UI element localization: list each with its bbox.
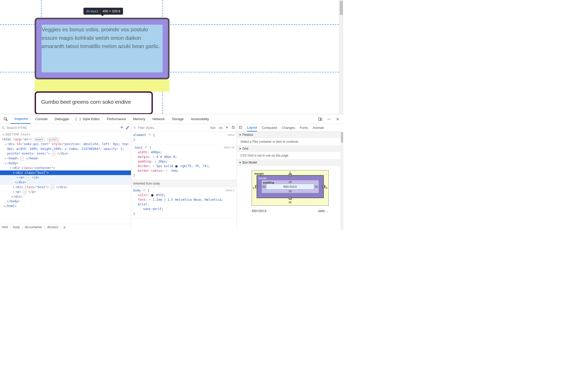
eyedropper-icon[interactable] xyxy=(125,125,129,130)
box-model-size: 450×203.6 xyxy=(252,209,266,213)
layout-tab-layout[interactable]: Layout xyxy=(247,124,257,131)
close-devtools-icon[interactable] xyxy=(334,116,342,123)
flexbox-section-header[interactable]: ▾Flexbox xyxy=(237,132,343,138)
inherited-from-header: Inherited from body xyxy=(131,180,237,187)
devtools: Inspector Console Debugger { } Style Edi… xyxy=(0,114,343,230)
add-node-icon[interactable] xyxy=(120,125,124,130)
flexbox-hint: Select a Flex container or item to conti… xyxy=(237,138,343,146)
dom-search-input[interactable]: Search HTML xyxy=(2,126,118,130)
svg-point-10 xyxy=(329,119,329,119)
layout-tab-animations[interactable]: Animati xyxy=(313,124,324,131)
box1-close-node[interactable]: </div> xyxy=(0,180,131,185)
grid-section-header[interactable]: ▾Grid xyxy=(237,146,343,152)
inspected-box1-overlay: Veggies es bonus vobis, proinde vos post… xyxy=(35,18,169,79)
tab-console[interactable]: Console xyxy=(31,114,50,124)
rule-box1[interactable]: .box1 {inline:16 width: 400px; margin: ▸… xyxy=(131,144,237,180)
box-model-diagram: margin 0 0 0 40 border 5 5 5 5 xyxy=(237,166,343,216)
rules-body[interactable]: element {inline } .box1 {inline:16 width… xyxy=(131,132,237,230)
layout-body[interactable]: ▾Flexbox Select a Flex container or item… xyxy=(237,132,343,230)
svg-rect-20 xyxy=(239,126,242,129)
dom-tree[interactable]: <!DOCTYPE html> <html lang="en"> event s… xyxy=(0,132,131,224)
dom-toolbar: Search HTML xyxy=(0,124,131,132)
tab-storage[interactable]: Storage xyxy=(168,114,186,124)
crumb-p[interactable]: p xyxy=(63,225,67,229)
svg-point-17 xyxy=(146,147,146,147)
tab-accessibility[interactable]: Accessibility xyxy=(187,114,212,124)
dom-panel: Search HTML <!DOCTYPE html> <html lang="… xyxy=(0,124,131,230)
head-node[interactable]: ▸<head> ⋯ </head> xyxy=(0,156,131,161)
html-node[interactable]: <html lang="en"> event scroll xyxy=(0,137,131,142)
tab-network[interactable]: Network xyxy=(148,114,167,124)
cls-toggle[interactable]: .cls xyxy=(218,126,223,130)
rule-body[interactable]: body {inline:2 color: #333; font: ▸ 1.2e… xyxy=(131,187,237,218)
box1-node-selected[interactable]: ▾<div class="box1"> xyxy=(0,170,131,175)
box2-node[interactable]: ▸<div class="box2"> ⋯ </div> xyxy=(0,185,131,190)
svg-point-12 xyxy=(2,127,4,128)
crumb-body[interactable]: body xyxy=(12,225,21,229)
doctype-node[interactable]: <!DOCTYPE html> xyxy=(2,133,30,136)
tab-inspector[interactable]: Inspector xyxy=(10,114,31,124)
position-select[interactable]: static ⌄ xyxy=(318,209,328,213)
kebab-menu-icon[interactable] xyxy=(325,116,333,123)
svg-point-11 xyxy=(330,119,331,119)
tab-style-editor[interactable]: { } Style Editor xyxy=(72,114,102,124)
toggle-sidebar-icon[interactable] xyxy=(239,126,242,130)
p-node-2[interactable]: ▸<p> ⋯ </p> xyxy=(0,189,131,194)
body-close[interactable]: </body> xyxy=(0,199,131,204)
pick-element-icon[interactable] xyxy=(2,116,10,123)
crumb-container[interactable]: div.container xyxy=(24,225,43,229)
light-dark-icon[interactable] xyxy=(231,126,235,130)
saka-node[interactable]: ▸<div id="saka-gui-root" style="position… xyxy=(0,142,131,147)
rendered-page[interactable]: Veggies es bonus vobis, proinde vos post… xyxy=(0,0,343,114)
tab-performance[interactable]: Performance xyxy=(103,114,128,124)
crumb-box1[interactable]: div.box1 xyxy=(46,225,60,229)
page-scrollbar-vertical[interactable] xyxy=(339,0,343,114)
svg-point-19 xyxy=(144,190,144,190)
box-model-section-header[interactable]: ▾Box Model xyxy=(237,159,343,166)
tab-debugger[interactable]: Debugger xyxy=(51,114,72,124)
hov-toggle[interactable]: :hov xyxy=(210,126,215,130)
layout-toolbar: Layout Computed Changes Fonts Animati xyxy=(237,124,343,132)
box2-paragraph-text: Gumbo beet greens corn soko endive xyxy=(41,98,146,106)
new-rule-icon[interactable] xyxy=(225,126,229,130)
layout-tab-computed[interactable]: Computed xyxy=(262,124,277,131)
layout-scrollbar[interactable] xyxy=(341,132,343,230)
responsive-mode-icon[interactable] xyxy=(316,116,324,123)
rules-panel: Filter Styles :hov .cls element {inline … xyxy=(131,124,237,230)
svg-point-15 xyxy=(149,134,150,135)
grid-hint: CSS Grid is not in use on this page xyxy=(237,152,343,159)
html-close[interactable]: </html> xyxy=(0,204,131,209)
container-close[interactable]: </div> xyxy=(0,194,131,199)
rules-toolbar: Filter Styles :hov .cls xyxy=(131,124,237,132)
devtools-tabbar: Inspector Console Debugger { } Style Edi… xyxy=(0,114,343,124)
p-node[interactable]: ▸<p> ⋯ </p> xyxy=(0,175,131,180)
tab-memory[interactable]: Memory xyxy=(129,114,148,124)
crumb-html[interactable]: html xyxy=(1,225,9,229)
layout-panel: Layout Computed Changes Fonts Animati ▾F… xyxy=(237,124,343,230)
layout-tab-fonts[interactable]: Fonts xyxy=(300,124,308,131)
filter-styles-input[interactable]: Filter Styles xyxy=(133,126,207,130)
body-node[interactable]: ▾<body> xyxy=(0,161,131,166)
layout-tab-changes[interactable]: Changes xyxy=(282,124,295,131)
svg-rect-8 xyxy=(320,119,322,120)
element-tooltip: div.box1 450 × 203.6 xyxy=(83,8,123,15)
breadcrumbs: html› body› div.container› div.box1› p xyxy=(0,224,131,230)
box2-element: Gumbo beet greens corn soko endive xyxy=(35,91,153,114)
svg-point-9 xyxy=(328,119,328,119)
rule-element[interactable]: element {inline } xyxy=(131,132,237,144)
container-node[interactable]: ▾<div class="container"> xyxy=(0,166,131,170)
box1-paragraph-text: Veggies es bonus vobis, proinde vos post… xyxy=(42,25,163,51)
